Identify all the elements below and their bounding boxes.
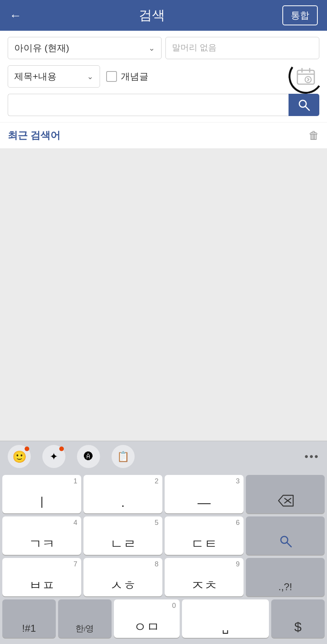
calendar-icon-wrapper[interactable] [292, 63, 319, 90]
prefix-box: 말머리 없음 [165, 37, 319, 59]
svg-line-6 [305, 106, 309, 110]
kb-key-dollar[interactable]: $ [271, 599, 325, 638]
clipboard-icon: 📋 [117, 451, 129, 463]
emoji-toolbar-button[interactable]: 🙂 [8, 445, 31, 468]
search-button[interactable] [289, 94, 319, 116]
more-toolbar-button[interactable]: ••• [305, 450, 319, 463]
emoji-icon: 🙂 [12, 450, 27, 463]
kb-row-2: 4 ㄱㅋ 5 ㄴㄹ 6 ㄷㅌ [2, 516, 325, 555]
search-input-row [8, 94, 319, 116]
user-dropdown-label: 아이유 (현재) [14, 42, 69, 54]
header: ← 검색 통합 [0, 0, 327, 31]
keyboard: 1 ㅣ 2 . 3 — 4 ㄱㅋ 5 [0, 472, 327, 644]
kb-key-om[interactable]: 0 ㅇㅁ [114, 599, 180, 638]
kb-row-3: 7 ㅂㅍ 8 ㅅㅎ 9 ㅈㅊ .,?! [2, 558, 325, 596]
kb-key-punctuation[interactable]: .,?! [246, 558, 325, 596]
kb-key-search-enter[interactable] [246, 516, 325, 555]
magic-toolbar-button[interactable]: ✦ [42, 445, 65, 468]
content-area [0, 148, 327, 441]
filter-row2: 제목+내용 ⌄ 개념글 [8, 63, 319, 90]
emoji-dot [25, 446, 29, 451]
translate-icon: 🅐 [84, 451, 93, 462]
kb-key-dash[interactable]: 3 — [165, 475, 244, 513]
user-dropdown[interactable]: 아이유 (현재) ⌄ [8, 37, 162, 59]
recent-bar: 최근 검색어 🗑 [0, 122, 327, 148]
page-title: 검색 [139, 7, 165, 24]
search-type-dropdown[interactable]: 제목+내용 ⌄ [8, 65, 100, 88]
magic-icon: ✦ [50, 451, 58, 463]
filter-row1: 아이유 (현재) ⌄ 말머리 없음 [8, 37, 319, 59]
translate-toolbar-button[interactable]: 🅐 [77, 445, 100, 468]
recent-searches-label: 최근 검색어 [8, 129, 60, 142]
trash-icon[interactable]: 🗑 [309, 129, 319, 142]
backspace-icon [277, 495, 294, 507]
kb-key-space[interactable]: ␣ [182, 599, 269, 638]
kb-key-pipe[interactable]: 1 ㅣ [2, 475, 81, 513]
search-input[interactable] [8, 94, 289, 116]
keyboard-toolbar: 🙂 ✦ 🅐 📋 ••• [0, 441, 327, 472]
search-kb-icon [278, 534, 293, 548]
kb-row-4: !#1 한/영 0 ㅇㅁ ␣ $ [2, 599, 325, 638]
concept-post-checkbox-label[interactable]: 개념글 [106, 70, 148, 83]
back-button[interactable]: ← [9, 8, 22, 23]
unified-button[interactable]: 통합 [282, 5, 318, 25]
kb-key-dt[interactable]: 6 ㄷㅌ [165, 516, 244, 555]
annotation-circle [286, 56, 326, 96]
search-icon [297, 98, 311, 112]
search-type-label: 제목+내용 [14, 70, 57, 83]
kb-row-1: 1 ㅣ 2 . 3 — [2, 475, 325, 513]
kb-key-sh[interactable]: 8 ㅅㅎ [83, 558, 162, 596]
kb-key-symbols[interactable]: !#1 [2, 599, 56, 638]
search-area: 아이유 (현재) ⌄ 말머리 없음 제목+내용 ⌄ 개념글 [0, 31, 327, 122]
kb-key-jc[interactable]: 9 ㅈㅊ [165, 558, 244, 596]
concept-post-label: 개념글 [121, 70, 148, 83]
kb-key-nr[interactable]: 5 ㄴㄹ [83, 516, 162, 555]
chevron-down-icon: ⌄ [148, 43, 155, 53]
clipboard-toolbar-button[interactable]: 📋 [112, 445, 135, 468]
svg-line-10 [287, 543, 291, 547]
kb-key-backspace[interactable] [246, 475, 325, 513]
kb-key-lang[interactable]: 한/영 [58, 599, 112, 638]
chevron-down-icon2: ⌄ [87, 72, 93, 81]
kb-key-dot[interactable]: 2 . [83, 475, 162, 513]
magic-dot [59, 446, 64, 451]
kb-key-bp[interactable]: 7 ㅂㅍ [2, 558, 81, 596]
kb-key-gk[interactable]: 4 ㄱㅋ [2, 516, 81, 555]
concept-post-checkbox[interactable] [106, 71, 117, 82]
